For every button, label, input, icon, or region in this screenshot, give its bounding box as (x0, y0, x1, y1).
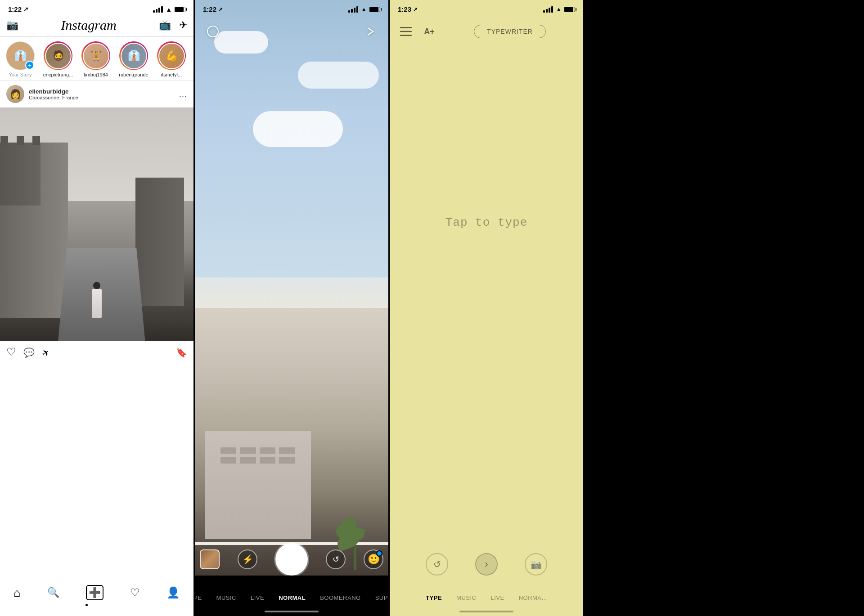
emoji-effects-button[interactable]: 🙂 (364, 549, 383, 569)
status-icons-right: ▲ (153, 6, 185, 13)
stories-menu-icon[interactable] (397, 22, 415, 40)
ruben-avatar-face: 👔 (122, 44, 146, 68)
eric-avatar-face: 🧔 (46, 44, 71, 68)
timboj-avatar-face: 🏋 (84, 44, 108, 68)
camera-top-controls (195, 22, 388, 40)
add-post-nav-icon[interactable]: ➕ (86, 585, 104, 600)
mode-boomerang[interactable]: BOOMERANG (313, 591, 368, 605)
camera-battery-fill (370, 7, 378, 12)
home-nav-icon[interactable]: ⌂ (14, 586, 21, 600)
comment-button[interactable] (23, 346, 35, 358)
save-button[interactable] (176, 346, 187, 358)
phone2-camera-stories: 1:22 ↗ ▲ (195, 0, 388, 616)
figure-head (93, 282, 100, 289)
signal-bar-1 (153, 10, 155, 13)
story-your-story[interactable]: 👔 + Your Story (4, 41, 36, 77)
post-more-button[interactable]: ... (179, 89, 187, 99)
castle-wall-left (0, 143, 68, 318)
stories-battery-icon (564, 7, 575, 12)
phone1-instagram-feed: 1:22 ↗ ▲ 📷 Instagram 📺 ✈ (0, 0, 194, 616)
send-messages-icon[interactable]: ✈ (179, 19, 187, 31)
share-button[interactable] (42, 346, 50, 358)
mode-music[interactable]: MUSIC (209, 591, 243, 605)
like-button[interactable] (6, 346, 16, 358)
your-story-label: Your Story (9, 72, 32, 77)
rotate-symbol: ↺ (333, 554, 339, 564)
instagram-header: 📷 Instagram 📺 ✈ (0, 16, 194, 37)
stories-mode-type[interactable]: TYPE (418, 591, 449, 605)
camera-next-icon[interactable] (361, 22, 379, 40)
st-sig-2 (546, 9, 548, 13)
camera-battery-icon (369, 7, 380, 12)
camera-header-icon[interactable]: 📷 (6, 19, 18, 31)
story-ruben[interactable]: 👔 ruben.grande (118, 41, 149, 77)
cam-sig-1 (348, 10, 350, 13)
story-ruben-label: ruben.grande (119, 72, 148, 77)
mode-normal[interactable]: NORMAL (271, 591, 313, 605)
stories-next-button[interactable]: › (475, 553, 498, 576)
likes-nav-icon[interactable]: ♡ (130, 586, 140, 599)
home-active-indicator (86, 604, 88, 606)
story-timboj[interactable]: 🏋 timboj1984 (80, 41, 112, 77)
stories-top-controls: A+ TYPEWRITER (390, 22, 583, 40)
story-eric-avatar: 🧔 (45, 43, 72, 69)
status-bar-1: 1:22 ↗ ▲ (0, 0, 194, 16)
castle-tower (0, 143, 40, 205)
stories-font-style-icon[interactable]: A+ (420, 22, 438, 40)
camera-time: 1:22 (203, 5, 216, 13)
notifications-icon[interactable]: 📺 (159, 19, 171, 31)
shutter-button[interactable] (275, 543, 308, 576)
mode-type[interactable]: TYPE (195, 591, 209, 605)
post-header: 👩 ellenburbidge Carcassonne, France ... (0, 80, 194, 107)
svg-rect-3 (400, 35, 412, 36)
next-symbol: › (485, 558, 488, 570)
camera-mode-bar: TYPE MUSIC LIVE NORMAL BOOMERANG SUPE... (195, 576, 388, 616)
stories-status-right: ▲ (543, 6, 575, 13)
merlon-2 (17, 136, 24, 145)
gallery-thumbnail-button[interactable] (200, 549, 220, 569)
castle-wall-right (135, 178, 184, 306)
story-eric[interactable]: 🧔 ericpietrang... (42, 41, 74, 77)
camera-flash-off-icon[interactable] (204, 22, 222, 40)
stories-bar: 👔 + Your Story 🧔 ericpietrang... 🏋 timb (0, 37, 194, 80)
figure-body (92, 289, 102, 318)
post-user-avatar[interactable]: 👩 (6, 85, 24, 103)
stories-mode-live[interactable]: LIVE (483, 591, 511, 605)
mode-superzoom[interactable]: SUPE... (368, 591, 388, 605)
stories-location-arrow: ↗ (413, 6, 418, 13)
story-itsmetyl-wrapper: 💪 (157, 41, 186, 70)
search-nav-icon[interactable]: 🔍 (47, 587, 59, 598)
emoji-notification-dot (376, 550, 382, 557)
signal-bar-4 (161, 6, 163, 13)
merlon-1 (0, 136, 8, 145)
story-eric-wrapper: 🧔 (44, 41, 72, 70)
story-itsmetyl[interactable]: 💪 itsmetyl... (156, 41, 187, 77)
camera-status-bar: 1:22 ↗ ▲ (195, 0, 388, 16)
stories-camera-button[interactable]: 📷 (525, 553, 547, 576)
camera-bottom-controls: ⚡ ↺ 🙂 (195, 543, 388, 576)
phone3-stories-type: 1:23 ↗ ▲ A+ (390, 0, 583, 616)
story-itsmetyl-avatar: 💪 (158, 43, 185, 69)
tap-to-type-placeholder[interactable]: Tap to type (446, 216, 528, 229)
stories-time: 1:23 (398, 5, 411, 13)
signal-bar-3 (158, 8, 160, 13)
camera-status-right: ▲ (348, 6, 380, 13)
home-indicator-3 (459, 611, 513, 612)
stories-mode-music[interactable]: MUSIC (449, 591, 483, 605)
camera-preview: ⚡ ↺ 🙂 (195, 0, 388, 616)
post-avatar-face: 👩 (6, 85, 24, 103)
add-story-button[interactable]: + (25, 61, 34, 70)
tower-top (0, 136, 40, 145)
rotate-camera-button[interactable]: ↺ (326, 549, 346, 569)
stories-mode-normal[interactable]: NORMA... (512, 591, 554, 605)
story-timboj-label: timboj1984 (84, 72, 108, 77)
typewriter-badge[interactable]: TYPEWRITER (474, 25, 546, 38)
flash-icon-button[interactable]: ⚡ (238, 549, 257, 569)
battery-icon (175, 7, 185, 12)
profile-nav-icon[interactable]: 👤 (166, 586, 180, 599)
stories-undo-button[interactable]: ↺ (426, 553, 448, 576)
camera-overlay: ⚡ ↺ 🙂 (195, 0, 388, 616)
mode-live[interactable]: LIVE (243, 591, 271, 605)
svg-rect-2 (400, 31, 412, 32)
post-username[interactable]: ellenburbidge (29, 88, 78, 95)
